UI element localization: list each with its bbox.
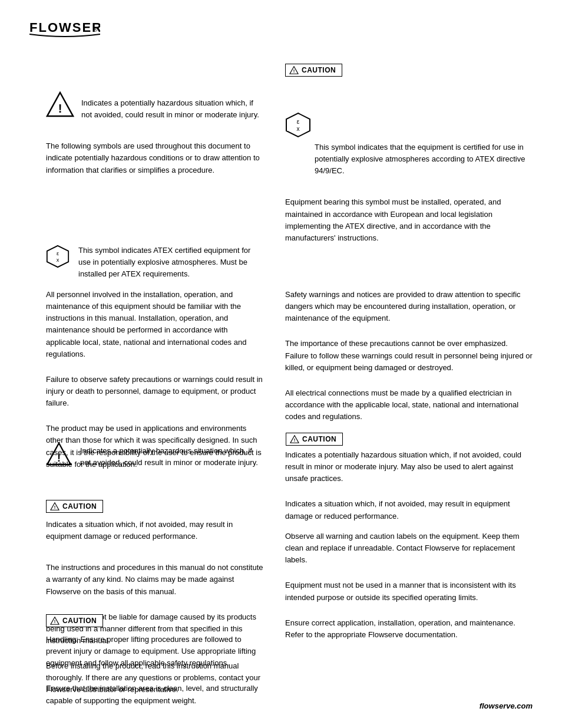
atex-symbol-top-right: ε x bbox=[285, 112, 311, 140]
atex-icon-top-right: ε x bbox=[285, 112, 311, 138]
svg-text:!: ! bbox=[294, 437, 296, 443]
caution-badge-top-right: ! CAUTION bbox=[285, 64, 342, 77]
caution-badge-bottom-left: ! CAUTION bbox=[46, 614, 103, 627]
page: FLOWSERVE ® ! CAUTION ! ε bbox=[0, 0, 562, 728]
svg-marker-6 bbox=[286, 113, 310, 137]
caution-badge-lower-left: ! CAUTION bbox=[46, 500, 103, 513]
svg-text:FLOWSERVE: FLOWSERVE bbox=[29, 20, 100, 35]
caution-triangle-icon: ! bbox=[289, 66, 299, 74]
caution-badge-mid-right: ! CAUTION bbox=[286, 433, 343, 446]
footer-url-text: flowserve.com bbox=[480, 701, 533, 710]
text-block-left-warning: Indicates a potentially hazardous situat… bbox=[46, 445, 264, 473]
caution-lower-left-label: CAUTION bbox=[62, 502, 97, 510]
text-block-right-middle: Safety warnings and notices are provided… bbox=[285, 289, 533, 427]
text-block-left-bottom-caution: Handling: Ensure proper lifting procedur… bbox=[46, 634, 264, 711]
svg-text:!: ! bbox=[293, 68, 295, 74]
text-block-right-lower: Observe all warning and caution labels o… bbox=[285, 531, 533, 645]
footer-url: flowserve.com bbox=[480, 701, 533, 710]
text-block-right-top: This symbol indicates that the equipment… bbox=[285, 141, 533, 249]
caution-triangle-lower-left-icon: ! bbox=[50, 502, 59, 510]
caution-triangle-bottom-left-icon: ! bbox=[50, 617, 59, 625]
svg-text:!: ! bbox=[54, 619, 56, 624]
logo: FLOWSERVE ® bbox=[29, 17, 100, 39]
svg-text:ε: ε bbox=[297, 118, 300, 125]
text-block-left-atex: This symbol indicates ATEX certified equ… bbox=[46, 245, 264, 285]
svg-text:!: ! bbox=[54, 505, 56, 510]
caution-mid-right-label: CAUTION bbox=[302, 435, 336, 443]
caution-triangle-mid-right-icon: ! bbox=[290, 435, 299, 443]
svg-text:x: x bbox=[297, 126, 300, 132]
text-block-right-caution-mid: Indicates a potentially hazardous situat… bbox=[285, 449, 533, 527]
caution-label: CAUTION bbox=[302, 66, 336, 74]
text-block-left-top: Indicates a potentially hazardous situat… bbox=[46, 97, 264, 181]
svg-text:®: ® bbox=[93, 27, 98, 33]
flowserve-logo-svg: FLOWSERVE ® bbox=[29, 17, 100, 39]
caution-bottom-left-label: CAUTION bbox=[62, 617, 97, 625]
